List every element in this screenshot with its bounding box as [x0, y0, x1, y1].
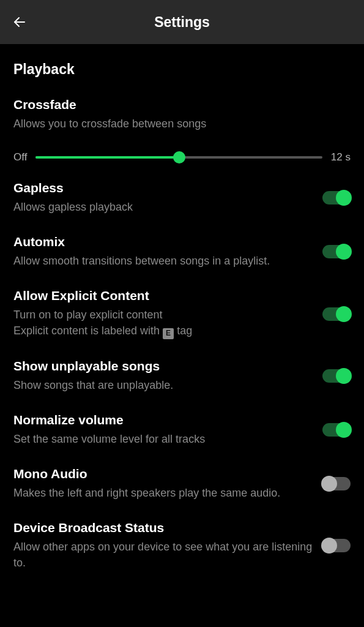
page-title: Settings: [0, 14, 364, 31]
crossfade-title: Crossfade: [13, 97, 351, 112]
setting-unplayable: Show unplayable songs Show songs that ar…: [13, 359, 351, 393]
broadcast-desc: Allow other apps on your device to see w…: [13, 539, 313, 571]
setting-crossfade: Crossfade Allows you to crossfade betwee…: [13, 97, 351, 165]
explicit-desc-line2-suf: tag: [174, 325, 192, 337]
explicit-desc-line1: Turn on to play explicit content: [13, 309, 162, 321]
crossfade-slider-min-label: Off: [13, 151, 27, 163]
explicit-desc: Turn on to play explicit content Explici…: [13, 307, 313, 339]
crossfade-desc: Allows you to crossfade between songs: [13, 116, 351, 132]
unplayable-toggle[interactable]: [322, 369, 351, 383]
crossfade-slider-row: Off 12 s: [13, 150, 351, 165]
explicit-tag-icon: E: [163, 328, 174, 339]
mono-toggle[interactable]: [322, 477, 351, 490]
gapless-desc: Allows gapless playback: [13, 199, 313, 215]
crossfade-slider-max-label: 12 s: [331, 151, 351, 163]
explicit-desc-line2-pre: Explicit content is labeled with: [13, 325, 163, 337]
setting-mono: Mono Audio Makes the left and right spea…: [13, 467, 351, 501]
crossfade-slider[interactable]: [35, 150, 322, 165]
normalize-desc: Set the same volume level for all tracks: [13, 431, 313, 447]
explicit-title: Allow Explicit Content: [13, 288, 313, 303]
gapless-title: Gapless: [13, 181, 313, 195]
automix-toggle[interactable]: [322, 245, 351, 258]
setting-broadcast: Device Broadcast Status Allow other apps…: [13, 520, 351, 571]
mono-title: Mono Audio: [13, 467, 313, 481]
unplayable-desc: Show songs that are unplayable.: [13, 377, 313, 393]
mono-desc: Makes the left and right speakers play t…: [13, 485, 313, 501]
section-title-playback: Playback: [13, 61, 351, 78]
automix-desc: Allow smooth transitions between songs i…: [13, 253, 313, 269]
automix-title: Automix: [13, 235, 313, 249]
setting-automix: Automix Allow smooth transitions between…: [13, 235, 351, 269]
setting-explicit: Allow Explicit Content Turn on to play e…: [13, 288, 351, 339]
setting-gapless: Gapless Allows gapless playback: [13, 181, 351, 215]
broadcast-toggle[interactable]: [322, 539, 351, 552]
setting-normalize: Normalize volume Set the same volume lev…: [13, 413, 351, 447]
back-icon[interactable]: [12, 15, 27, 29]
unplayable-title: Show unplayable songs: [13, 359, 313, 374]
normalize-title: Normalize volume: [13, 413, 313, 427]
content-area: Playback Crossfade Allows you to crossfa…: [0, 44, 364, 571]
broadcast-title: Device Broadcast Status: [13, 520, 313, 535]
normalize-toggle[interactable]: [322, 423, 351, 437]
gapless-toggle[interactable]: [322, 191, 351, 205]
header-bar: Settings: [0, 0, 364, 44]
explicit-toggle[interactable]: [322, 307, 351, 321]
